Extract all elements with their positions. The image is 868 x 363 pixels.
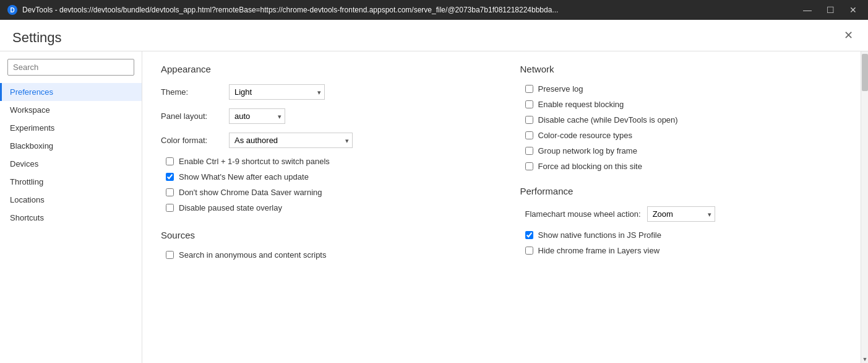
sidebar-item-locations[interactable]: Locations <box>0 191 142 209</box>
content-right: Network Preserve log Enable request bloc… <box>508 64 843 277</box>
chromedata-checkbox[interactable] <box>166 188 174 196</box>
groupnetwork-row: Group network log by frame <box>520 146 843 155</box>
nativefunctions-label[interactable]: Show native functions in JS Profile <box>538 230 661 240</box>
preservelog-row: Preserve log <box>520 84 843 94</box>
settings-window: Settings ✕ Preferences Workspace Experim… <box>0 20 868 363</box>
sidebar-item-blackboxing[interactable]: Blackboxing <box>0 137 142 155</box>
disablecache-label[interactable]: Disable cache (while DevTools is open) <box>538 115 678 125</box>
panel-layout-select[interactable]: auto horizontal vertical <box>229 108 285 124</box>
chromeframe-checkbox[interactable] <box>525 247 533 255</box>
main-content: Appearance Theme: Light Dark System pref… <box>142 51 861 363</box>
nativefunctions-row: Show native functions in JS Profile <box>520 230 843 240</box>
performance-title: Performance <box>520 186 843 196</box>
color-format-row: Color format: As authored HEX RGB HSL <box>161 133 483 148</box>
titlebar-title: DevTools - devtools://devtools/bundled/d… <box>22 6 558 14</box>
settings-close-button[interactable]: ✕ <box>839 26 858 45</box>
titlebar-left: D DevTools - devtools://devtools/bundled… <box>7 5 558 15</box>
content-left: Appearance Theme: Light Dark System pref… <box>161 64 508 277</box>
color-format-label: Color format: <box>161 136 229 145</box>
chromeframe-row: Hide chrome frame in Layers view <box>520 246 843 255</box>
settings-title: Settings <box>12 30 62 46</box>
flamechart-label: Flamechart mouse wheel action: <box>525 209 641 219</box>
groupnetwork-label[interactable]: Group network log by frame <box>538 146 637 155</box>
chromedata-row: Don't show Chrome Data Saver warning <box>161 188 483 197</box>
appearance-section: Appearance Theme: Light Dark System pref… <box>161 64 483 212</box>
disablecache-row: Disable cache (while DevTools is open) <box>520 115 843 125</box>
sidebar-item-experiments[interactable]: Experiments <box>0 119 142 137</box>
scrollbar-down-arrow[interactable]: ▼ <box>861 356 868 363</box>
sidebar-item-label: Experiments <box>10 123 54 133</box>
titlebar: D DevTools - devtools://devtools/bundled… <box>0 0 868 20</box>
disablecache-checkbox[interactable] <box>525 116 533 124</box>
theme-select[interactable]: Light Dark System preference <box>229 84 325 100</box>
appearance-title: Appearance <box>161 64 483 74</box>
paused-checkbox[interactable] <box>166 204 174 212</box>
sidebar-item-throttling[interactable]: Throttling <box>0 173 142 191</box>
sidebar-item-preferences[interactable]: Preferences <box>0 83 142 101</box>
colorcode-row: Color-code resource types <box>520 131 843 140</box>
minimize-button[interactable]: — <box>799 4 815 16</box>
titlebar-controls: — ☐ ✕ <box>799 4 861 16</box>
sidebar-item-devices[interactable]: Devices <box>0 155 142 173</box>
colorcode-checkbox[interactable] <box>525 131 533 139</box>
whatsnew-label[interactable]: Show What's New after each update <box>179 172 309 182</box>
content-columns: Appearance Theme: Light Dark System pref… <box>161 64 842 277</box>
whatsnew-checkbox[interactable] <box>166 173 174 181</box>
search-input[interactable] <box>7 59 134 76</box>
anonymous-row: Search in anonymous and content scripts <box>161 250 483 260</box>
ctrl19-row: Enable Ctrl + 1-9 shortcut to switch pan… <box>161 157 483 166</box>
anonymous-label[interactable]: Search in anonymous and content scripts <box>179 250 326 260</box>
forceadblocking-label[interactable]: Force ad blocking on this site <box>538 162 642 171</box>
chromedata-label[interactable]: Don't show Chrome Data Saver warning <box>179 188 322 197</box>
forceadblocking-checkbox[interactable] <box>525 162 533 170</box>
window-close-button[interactable]: ✕ <box>846 4 861 16</box>
scrollbar-thumb[interactable] <box>862 54 868 91</box>
colorcode-label[interactable]: Color-code resource types <box>538 131 632 140</box>
flamechart-select[interactable]: Zoom Scroll <box>647 206 715 222</box>
sidebar-item-workspace[interactable]: Workspace <box>0 101 142 119</box>
color-format-select-wrapper: As authored HEX RGB HSL <box>229 133 353 148</box>
whatsnew-row: Show What's New after each update <box>161 172 483 182</box>
settings-body: Preferences Workspace Experiments Blackb… <box>0 51 868 363</box>
maximize-button[interactable]: ☐ <box>823 4 838 16</box>
paused-label[interactable]: Disable paused state overlay <box>179 203 282 212</box>
search-container <box>0 59 142 83</box>
sidebar-item-label: Blackboxing <box>10 141 53 151</box>
flamechart-row: Flamechart mouse wheel action: Zoom Scro… <box>520 206 843 222</box>
color-format-select[interactable]: As authored HEX RGB HSL <box>229 133 353 148</box>
preservelog-label[interactable]: Preserve log <box>538 84 583 94</box>
sidebar-item-label: Workspace <box>10 105 50 115</box>
theme-label: Theme: <box>161 87 229 97</box>
groupnetwork-checkbox[interactable] <box>525 147 533 155</box>
sidebar-item-label: Throttling <box>10 177 43 186</box>
paused-row: Disable paused state overlay <box>161 203 483 212</box>
flamechart-select-wrapper: Zoom Scroll <box>647 206 715 222</box>
chromeframe-label[interactable]: Hide chrome frame in Layers view <box>538 246 660 255</box>
forceadblocking-row: Force ad blocking on this site <box>520 162 843 171</box>
preservelog-checkbox[interactable] <box>525 85 533 93</box>
sidebar-item-shortcuts[interactable]: Shortcuts <box>0 209 142 227</box>
scrollbar-track: ▲ ▼ <box>861 51 868 363</box>
performance-section: Performance Flamechart mouse wheel actio… <box>520 186 843 255</box>
ctrl19-label[interactable]: Enable Ctrl + 1-9 shortcut to switch pan… <box>179 157 330 166</box>
anonymous-checkbox[interactable] <box>166 251 174 259</box>
nativefunctions-checkbox[interactable] <box>525 231 533 239</box>
network-section: Network Preserve log Enable request bloc… <box>520 64 843 171</box>
sidebar-item-label: Devices <box>10 159 38 168</box>
requestblocking-row: Enable request blocking <box>520 100 843 109</box>
devtools-icon: D <box>7 5 17 15</box>
theme-row: Theme: Light Dark System preference <box>161 84 483 100</box>
sources-section: Sources Search in anonymous and content … <box>161 230 483 260</box>
ctrl19-checkbox[interactable] <box>166 157 174 165</box>
settings-header: Settings ✕ <box>0 20 868 51</box>
sources-title: Sources <box>161 230 483 240</box>
panel-layout-select-wrapper: auto horizontal vertical <box>229 108 285 124</box>
network-title: Network <box>520 64 843 74</box>
requestblocking-checkbox[interactable] <box>525 100 533 108</box>
requestblocking-label[interactable]: Enable request blocking <box>538 100 624 109</box>
sidebar-item-label: Shortcuts <box>10 213 44 222</box>
sidebar-item-label: Locations <box>10 195 45 204</box>
panel-layout-row: Panel layout: auto horizontal vertical <box>161 108 483 124</box>
sidebar-item-label: Preferences <box>10 87 53 97</box>
theme-select-wrapper: Light Dark System preference <box>229 84 325 100</box>
